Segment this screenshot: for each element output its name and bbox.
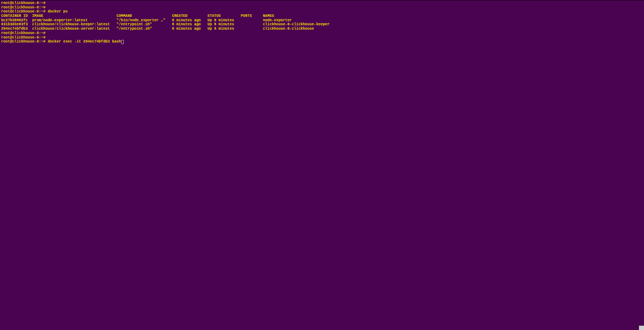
table-row-text: 294ec74bfdb3 clickhouse/clickhouse-serve… (1, 27, 314, 31)
table-row-text: bc27b39962fc prom/node-exporter:latest "… (1, 18, 292, 22)
terminal-line: root@clickhouse-0:~# (1, 31, 644, 36)
table-header-text: CONTAINER ID IMAGE COMMAND CREATED STATU… (1, 14, 274, 18)
scrollbar-resize-corner[interactable] (639, 326, 644, 330)
terminal-cursor (121, 40, 124, 44)
prompt-text: root@clickhouse-0:~# (1, 1, 48, 5)
docker-ps-row-node-exporter: bc27b39962fc prom/node-exporter:latest "… (1, 18, 644, 23)
terminal-line-docker-ps-command: root@clickhouse-0:~# docker ps (1, 10, 644, 14)
table-row-text: 031b3d3e83f3 clickhouse/clickhouse-keepe… (1, 22, 329, 26)
command-text: root@clickhouse-0:~# docker ps (1, 10, 68, 14)
terminal-line-docker-exec-command: root@clickhouse-0:~# docker exec -it 294… (1, 40, 644, 44)
terminal-screen[interactable]: root@clickhouse-0:~# root@clickhouse-0:~… (0, 0, 644, 330)
terminal-line: root@clickhouse-0:~# (1, 36, 644, 40)
terminal-line: root@clickhouse-0:~# (1, 1, 644, 6)
docker-ps-header-row: CONTAINER ID IMAGE COMMAND CREATED STATU… (1, 14, 644, 18)
prompt-text: root@clickhouse-0:~# (1, 36, 48, 40)
prompt-text: root@clickhouse-0:~# (1, 31, 48, 35)
terminal-line: root@clickhouse-0:~# (1, 6, 644, 10)
docker-ps-row-clickhouse-server: 294ec74bfdb3 clickhouse/clickhouse-serve… (1, 27, 644, 31)
command-text: root@clickhouse-0:~# docker exec -it 294… (1, 40, 121, 44)
prompt-text: root@clickhouse-0:~# (1, 6, 48, 10)
docker-ps-row-clickhouse-keeper: 031b3d3e83f3 clickhouse/clickhouse-keepe… (1, 22, 644, 27)
